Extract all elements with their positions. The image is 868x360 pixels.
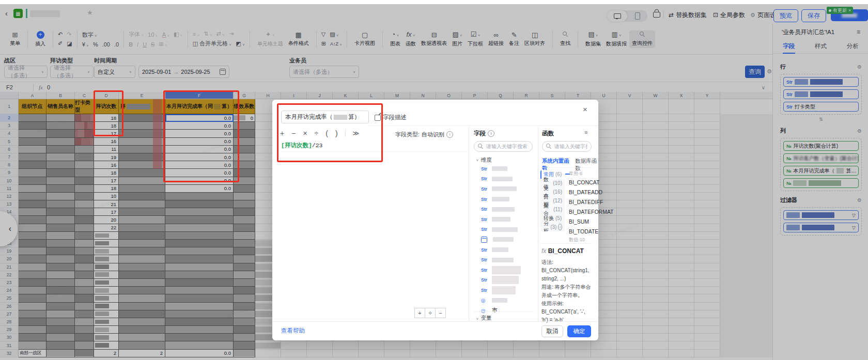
date-field-icon xyxy=(481,237,487,243)
string-type-tag: Str xyxy=(481,207,489,212)
search-icon xyxy=(478,144,484,149)
function-item[interactable]: BI_DATEADD xyxy=(569,187,594,197)
functions-panel-title: 函数 xyxy=(542,130,554,137)
operator-paren-close[interactable]: ) xyxy=(335,129,338,137)
field-name-censored xyxy=(493,237,514,242)
function-list: 常用·6BI_CONCATBI_DATEADDBI_DATEDIFFBI_DAT… xyxy=(569,170,594,243)
field-name-censored xyxy=(492,247,508,252)
field-item[interactable]: Str xyxy=(481,285,535,295)
field-name-censored xyxy=(492,286,516,294)
fields-search-input[interactable]: 请输入关键字搜索 xyxy=(474,141,533,152)
operator-paren-open[interactable]: ( xyxy=(326,129,328,137)
bi-report-designer: ‹ ▦ ★ ⇄替换数据集 ⊡全局参数 ⚙页面设置 预览 保存 有更新× ⊞菜单 xyxy=(0,0,868,360)
field-description-button[interactable]: 字段描述 xyxy=(375,114,407,121)
field-name-censored xyxy=(492,166,507,171)
function-list-group-footer: 数值·10 xyxy=(569,236,594,243)
operator-toolbar: +−×÷()≫ xyxy=(280,129,359,137)
field-name-censored xyxy=(492,298,507,303)
field-name-censored xyxy=(492,217,510,222)
string-type-tag: Str xyxy=(481,257,489,262)
field-item[interactable]: Str xyxy=(481,225,535,235)
zoom-out-button[interactable]: − xyxy=(435,308,446,318)
string-type-tag: Str xyxy=(481,268,489,273)
field-name-censored xyxy=(492,276,519,284)
field-name-censored xyxy=(492,227,518,232)
field-name-censored xyxy=(492,197,509,201)
function-item[interactable]: BI_CONCAT xyxy=(569,177,594,187)
field-item[interactable]: Str xyxy=(481,214,535,225)
field-item[interactable] xyxy=(481,234,535,245)
field-name-censored xyxy=(492,177,513,181)
function-categories: 常用(6)数值(10)文本(16)日期(12)聚合(11)转换(5)分析(3)i xyxy=(540,170,565,231)
close-icon[interactable]: × xyxy=(583,105,587,114)
location-pin-icon: ◎ xyxy=(481,298,489,303)
field-list: StrStrStrStrStrStrStrStrStrStrStrStr◎◎市 xyxy=(481,164,535,316)
field-name-input[interactable]: 本月拜访完成率（ 算） xyxy=(281,111,369,123)
string-type-tag: Str xyxy=(481,217,489,222)
string-type-tag: Str xyxy=(481,277,489,283)
functions-menu-icon[interactable]: ≡ xyxy=(584,129,587,135)
string-type-tag: Str xyxy=(481,197,489,202)
operator-plus[interactable]: + xyxy=(280,129,284,137)
operator-multiply[interactable]: × xyxy=(303,129,307,137)
field-name-censored xyxy=(492,207,515,212)
info-icon: i xyxy=(446,131,453,138)
function-detail: fx BI_CONCAT 语法: BI_CONCAT(string1, stri… xyxy=(541,246,592,324)
string-type-tag: Str xyxy=(481,288,489,293)
operator-divider xyxy=(345,130,346,137)
string-type-tag: Str xyxy=(481,166,489,171)
field-name-censored xyxy=(492,266,521,274)
string-type-tag: Str xyxy=(481,186,489,192)
field-name-censored xyxy=(492,186,517,191)
function-item[interactable]: BI_DATEDIFF xyxy=(569,197,594,207)
field-item[interactable]: Str xyxy=(481,245,535,255)
function-category[interactable]: 分析(3)i xyxy=(540,223,565,231)
dimension-group-header[interactable]: ∨维度 xyxy=(475,156,492,164)
string-type-tag: Str xyxy=(481,227,489,232)
formula-editor-dialog: × 本月拜访完成率（ 算） 字段描述 +−×÷()≫ 字段类型: 自动识别 i … xyxy=(272,100,598,340)
function-item[interactable]: BI_SUM xyxy=(569,216,594,226)
field-item[interactable]: Str xyxy=(481,265,535,275)
field-item[interactable]: Str xyxy=(481,174,535,184)
function-item[interactable]: BI_DATEFORMAT xyxy=(569,207,594,216)
confirm-button[interactable]: 确定 xyxy=(567,325,591,337)
field-item-label: 市 xyxy=(492,307,498,314)
function-list-group-header: 常用·6 xyxy=(569,170,594,177)
field-item[interactable]: ◎ xyxy=(481,295,535,306)
field-item[interactable]: Str xyxy=(481,275,535,286)
search-icon xyxy=(546,144,552,149)
formula-comment-icon[interactable]: ≫ xyxy=(353,130,360,137)
operator-divide[interactable]: ÷ xyxy=(315,129,319,137)
string-type-tag: Str xyxy=(481,176,489,181)
location-pin-icon: ◎ xyxy=(481,308,489,314)
functions-search-input[interactable]: 请输入关键字搜索 xyxy=(542,141,592,152)
field-name-censored xyxy=(334,115,347,120)
field-type-value[interactable]: 自动识别 xyxy=(422,131,444,138)
field-item[interactable]: Str xyxy=(481,255,535,265)
help-link[interactable]: 查看帮助 xyxy=(281,327,305,335)
string-type-tag: Str xyxy=(481,247,489,253)
formula-zoom-controls: + ✧ − xyxy=(415,308,446,318)
zoom-in-button[interactable]: + xyxy=(414,308,425,318)
formula-expression[interactable]: [拜访次数]/23 xyxy=(281,142,323,149)
info-icon: i xyxy=(488,130,494,137)
field-item[interactable]: Str xyxy=(481,184,535,194)
fields-panel-title: 字段i xyxy=(474,130,494,137)
function-category[interactable]: 聚合(11) xyxy=(540,205,565,214)
field-item[interactable]: Str xyxy=(481,194,535,205)
field-name-censored xyxy=(492,258,514,262)
field-item[interactable]: ◎市 xyxy=(481,305,535,316)
field-type-row: 字段类型: 自动识别 i xyxy=(395,131,453,138)
cancel-button[interactable]: 取消 xyxy=(541,325,563,337)
edit-icon xyxy=(375,115,381,121)
format-button[interactable]: ✧ xyxy=(425,308,436,318)
operator-minus[interactable]: − xyxy=(291,129,296,137)
variable-group-header[interactable]: ∨变量 xyxy=(475,315,492,322)
field-item[interactable]: Str xyxy=(481,164,535,174)
function-item[interactable]: BI_TODATE xyxy=(569,226,594,236)
field-item[interactable]: Str xyxy=(481,204,535,214)
